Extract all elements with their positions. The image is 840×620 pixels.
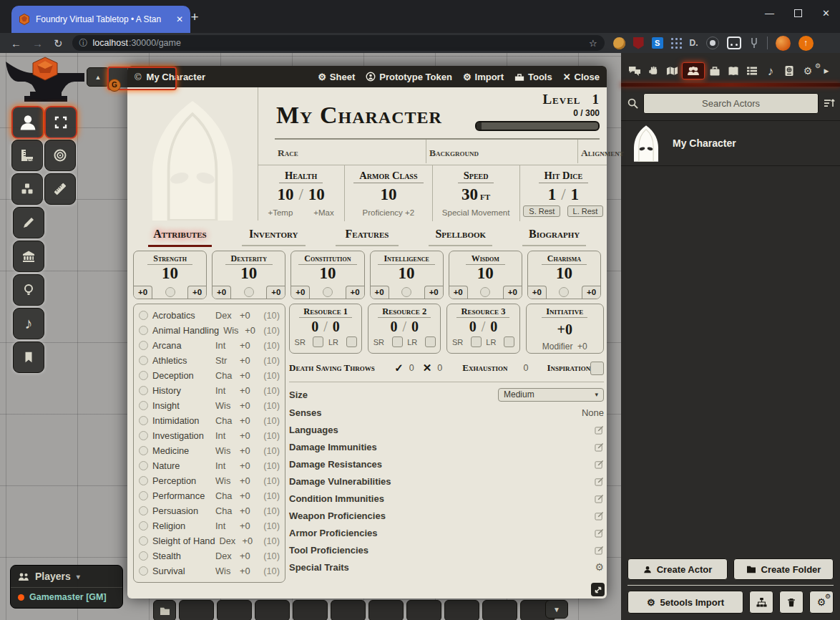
skill-row[interactable]: Perception Wis +0 (10) <box>139 474 280 488</box>
lr-checkbox[interactable] <box>425 336 436 347</box>
skill-proficiency-radio[interactable] <box>139 536 148 546</box>
skill-row[interactable]: Performance Cha +0 (10) <box>139 489 280 503</box>
ability-save-mod[interactable]: +0 <box>528 286 547 299</box>
ability-card[interactable]: Intelligence 10 +0 +0 <box>370 251 444 299</box>
initiative-modifier[interactable]: +0 <box>577 342 587 352</box>
hp-current[interactable]: 10 <box>277 185 293 203</box>
character-name[interactable]: My Character <box>276 102 442 129</box>
resource-title[interactable]: Resource 2 <box>378 306 431 318</box>
tile-controls-button[interactable] <box>11 173 43 205</box>
ability-save-mod[interactable]: +0 <box>371 286 389 299</box>
skill-proficiency-radio[interactable] <box>139 356 148 365</box>
tab-scenes[interactable] <box>663 66 680 76</box>
alignment-field[interactable]: Alignment <box>578 140 729 163</box>
notes-controls-button[interactable] <box>13 342 44 373</box>
profile-avatar[interactable] <box>776 36 791 51</box>
sound-controls-button[interactable]: ♪ <box>13 308 44 339</box>
players-header[interactable]: Players ▾ <box>11 566 122 588</box>
token-controls-button[interactable] <box>11 106 44 139</box>
sr-checkbox[interactable] <box>392 336 403 347</box>
resource-max[interactable]: 0 <box>333 319 340 334</box>
new-tab-button[interactable]: + <box>186 9 203 26</box>
tab-features[interactable]: Features <box>321 228 414 248</box>
ability-proficiency-radio[interactable] <box>323 287 333 297</box>
skill-proficiency-radio[interactable] <box>139 551 148 561</box>
ability-score[interactable]: 10 <box>449 265 522 281</box>
create-actor-button[interactable]: Create Actor <box>627 558 728 580</box>
tab-biography[interactable]: Biography <box>507 228 601 248</box>
resource-max[interactable]: 0 <box>490 319 497 334</box>
configure-button[interactable]: ⚙ ⚙ <box>809 591 834 614</box>
fork-extension-icon[interactable] <box>749 37 759 49</box>
resource-max[interactable]: 0 <box>411 319 419 334</box>
lens-extension-icon[interactable] <box>706 37 719 49</box>
back-button[interactable]: ← <box>11 38 21 49</box>
skill-proficiency-radio[interactable] <box>139 311 148 320</box>
tab-playlists[interactable]: ♪ <box>762 65 779 77</box>
tab-combat[interactable] <box>645 65 662 77</box>
macro-folder-button[interactable] <box>153 600 176 620</box>
ability-proficiency-radio[interactable] <box>401 287 411 297</box>
skill-proficiency-radio[interactable] <box>139 491 148 500</box>
ability-proficiency-radio[interactable] <box>244 287 254 297</box>
ability-proficiency-radio[interactable] <box>559 287 569 297</box>
ability-card[interactable]: Constitution 10 +0 +0 <box>290 251 364 299</box>
skill-proficiency-radio[interactable] <box>139 431 148 440</box>
skill-row[interactable]: Sleight of Hand Dex +0 (10) <box>139 534 280 548</box>
skill-row[interactable]: Intimidation Cha +0 (10) <box>139 413 280 427</box>
lighting-controls-button[interactable] <box>13 274 44 306</box>
edit-icon[interactable] <box>595 546 604 555</box>
hit-dice-current[interactable]: 1 <box>548 185 557 203</box>
url-bar[interactable]: ⓘ localhost :30000/game ☆ <box>72 35 605 51</box>
character-portrait[interactable] <box>127 87 258 221</box>
skill-proficiency-radio[interactable] <box>139 566 148 576</box>
macro-slot[interactable] <box>482 600 517 620</box>
folder-tree-button[interactable] <box>749 591 773 614</box>
create-folder-button[interactable]: Create Folder <box>733 558 834 580</box>
cookie-extension-icon[interactable] <box>613 37 625 49</box>
shield-extension-icon[interactable] <box>633 37 644 49</box>
speed-value[interactable]: 30 <box>461 185 478 203</box>
macro-slot[interactable] <box>444 600 479 620</box>
death-success-count[interactable]: 0 <box>409 363 414 373</box>
reload-button[interactable]: ↻ <box>54 38 63 49</box>
hotbar-page-down-button[interactable]: ▼ <box>545 600 568 619</box>
sr-checkbox[interactable] <box>471 336 482 347</box>
skill-row[interactable]: Insight Wis +0 (10) <box>139 398 280 412</box>
resource-value[interactable]: 0 <box>469 319 477 334</box>
walls-controls-button[interactable] <box>13 241 44 272</box>
lr-checkbox[interactable] <box>346 336 357 347</box>
tab-spellbook[interactable]: Spellbook <box>414 228 507 248</box>
drawing-tools-button[interactable] <box>13 207 44 238</box>
ability-card[interactable]: Wisdom 10 +0 +0 <box>449 251 522 299</box>
measure-distance-button[interactable] <box>44 173 76 205</box>
box-extension-icon[interactable] <box>727 37 741 49</box>
long-rest-button[interactable]: L. Rest <box>567 205 604 217</box>
background-input[interactable] <box>426 137 577 147</box>
ability-save-mod[interactable]: +0 <box>213 286 231 299</box>
size-select[interactable]: Medium ▾ <box>498 388 604 402</box>
special-movement-label[interactable]: Special Movement <box>442 208 510 217</box>
ability-mod[interactable]: +0 <box>266 286 285 299</box>
skill-proficiency-radio[interactable] <box>139 461 148 470</box>
skill-row[interactable]: Deception Cha +0 (10) <box>139 368 280 382</box>
browser-tab[interactable]: Foundry Virtual Tabletop • A Stan ✕ <box>11 6 190 33</box>
hit-dice-max[interactable]: 1 <box>571 185 580 203</box>
target-tool-button[interactable] <box>44 140 76 171</box>
macro-slot[interactable] <box>406 600 441 620</box>
resource-value[interactable]: 0 <box>311 319 318 334</box>
tab-chat[interactable] <box>626 66 643 77</box>
site-info-icon[interactable]: ⓘ <box>79 37 88 49</box>
skill-row[interactable]: Nature Int +0 (10) <box>139 458 280 473</box>
edit-icon[interactable] <box>595 494 604 503</box>
tab-compendium[interactable] <box>781 65 798 77</box>
skill-proficiency-radio[interactable] <box>139 446 148 455</box>
short-rest-button[interactable]: S. Rest <box>523 205 560 217</box>
ability-score[interactable]: 10 <box>291 265 363 281</box>
level-value[interactable]: 1 <box>592 92 600 107</box>
tab-journal[interactable] <box>725 66 742 77</box>
ability-save-mod[interactable]: +0 <box>134 286 152 299</box>
skill-row[interactable]: History Int +0 (10) <box>139 383 280 397</box>
skill-proficiency-radio[interactable] <box>139 416 148 425</box>
exhaustion-value[interactable]: 0 <box>523 363 528 373</box>
